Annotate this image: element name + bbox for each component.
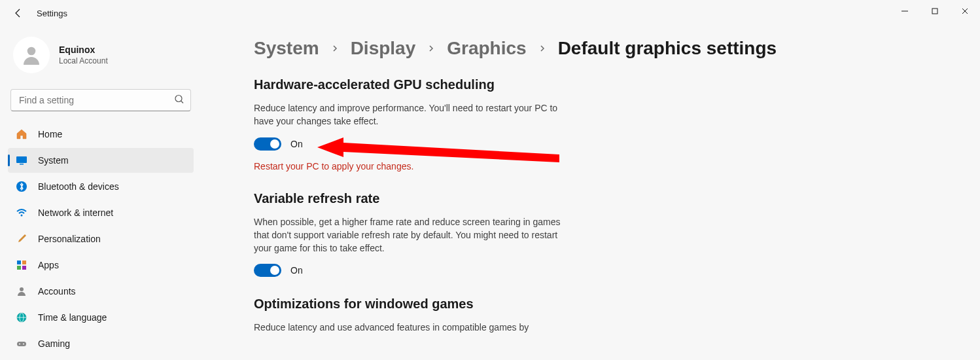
user-name: Equinox	[59, 45, 108, 55]
gaming-icon	[16, 338, 27, 350]
toggle-label: On	[290, 265, 303, 276]
sidebar-item-label: Home	[38, 129, 62, 139]
minimize-button[interactable]	[890, 0, 920, 22]
vrr-toggle[interactable]	[254, 264, 281, 277]
user-block[interactable]: Equinox Local Account	[8, 26, 194, 89]
maximize-button[interactable]	[920, 0, 950, 22]
sidebar-item-network[interactable]: Network & internet	[8, 200, 194, 225]
sidebar-item-label: Gaming	[38, 338, 70, 349]
sidebar-item-gaming[interactable]: Gaming	[8, 331, 194, 356]
home-icon	[16, 128, 27, 140]
breadcrumb-link-graphics[interactable]: Graphics	[447, 38, 526, 59]
main-content: System Display Graphics Default graphics…	[196, 26, 980, 360]
toggle-label: On	[290, 139, 303, 149]
section-title: Variable refresh rate	[254, 191, 561, 206]
sidebar-item-label: Accounts	[38, 286, 76, 297]
section-description: Reduce latency and improve performance. …	[254, 101, 561, 128]
globe-icon	[16, 312, 27, 323]
svg-rect-11	[17, 266, 21, 270]
close-button[interactable]	[950, 0, 980, 22]
sidebar-item-label: Bluetooth & devices	[38, 181, 119, 192]
section-description: Reduce latency and use advanced features…	[254, 321, 561, 334]
svg-point-13	[20, 287, 24, 291]
breadcrumb-current: Default graphics settings	[558, 38, 777, 59]
chevron-right-icon	[331, 42, 339, 56]
sidebar-item-system[interactable]: System	[8, 148, 194, 173]
svg-point-8	[21, 215, 23, 217]
svg-point-19	[23, 344, 24, 345]
sidebar-item-personalization[interactable]: Personalization	[8, 226, 194, 251]
breadcrumb: System Display Graphics Default graphics…	[254, 38, 964, 59]
breadcrumb-link-display[interactable]: Display	[351, 38, 416, 59]
sidebar: Equinox Local Account Home System	[0, 26, 196, 360]
gpu-scheduling-toggle[interactable]	[254, 137, 281, 151]
svg-rect-5	[16, 156, 27, 163]
sidebar-item-home[interactable]: Home	[8, 122, 194, 147]
svg-rect-6	[20, 164, 24, 165]
apps-icon	[16, 259, 27, 271]
svg-point-18	[19, 344, 20, 345]
search-input[interactable]	[10, 89, 191, 111]
svg-rect-10	[22, 261, 26, 264]
svg-rect-9	[17, 261, 21, 264]
restart-warning: Restart your PC to apply your changes.	[254, 161, 561, 171]
section-description: When possible, get a higher frame rate a…	[254, 215, 561, 255]
section-variable-refresh-rate: Variable refresh rate When possible, get…	[254, 191, 561, 278]
section-gpu-scheduling: Hardware-accelerated GPU scheduling Redu…	[254, 77, 561, 171]
window-title: Settings	[37, 9, 67, 18]
user-subtitle: Local Account	[59, 56, 108, 65]
wifi-icon	[16, 207, 27, 219]
sidebar-item-time[interactable]: Time & language	[8, 305, 194, 330]
sidebar-nav: Home System Bluetooth & devices Network …	[8, 122, 194, 356]
sidebar-item-label: Personalization	[38, 234, 101, 244]
svg-rect-17	[17, 342, 26, 346]
svg-rect-1	[932, 9, 937, 14]
chevron-right-icon	[538, 42, 546, 56]
bluetooth-icon	[16, 181, 27, 192]
svg-point-3	[175, 96, 182, 102]
back-button[interactable]	[10, 5, 26, 21]
sidebar-item-accounts[interactable]: Accounts	[8, 279, 194, 304]
sidebar-item-label: Apps	[38, 260, 59, 270]
avatar	[13, 37, 50, 73]
sidebar-item-label: Time & language	[38, 312, 107, 323]
svg-point-2	[27, 47, 36, 56]
system-icon	[16, 154, 27, 166]
svg-rect-12	[22, 266, 26, 270]
brush-icon	[16, 233, 27, 245]
section-title: Hardware-accelerated GPU scheduling	[254, 77, 561, 92]
svg-line-4	[181, 101, 183, 103]
breadcrumb-link-system[interactable]: System	[254, 38, 319, 59]
sidebar-item-label: Network & internet	[38, 207, 113, 218]
sidebar-item-bluetooth[interactable]: Bluetooth & devices	[8, 174, 194, 199]
section-windowed-optimizations: Optimizations for windowed games Reduce …	[254, 297, 561, 334]
chevron-right-icon	[427, 42, 435, 56]
person-icon	[16, 285, 27, 297]
sidebar-item-apps[interactable]: Apps	[8, 253, 194, 278]
section-title: Optimizations for windowed games	[254, 297, 561, 312]
sidebar-item-label: System	[38, 155, 69, 166]
search-icon	[174, 94, 184, 107]
